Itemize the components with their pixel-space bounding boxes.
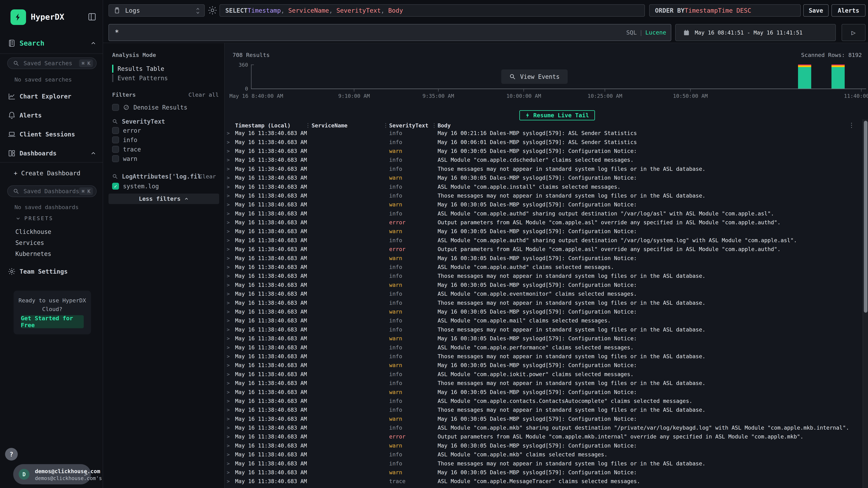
lucene-toggle[interactable]: Lucene xyxy=(645,29,666,36)
expand-row-icon[interactable]: > xyxy=(227,228,235,234)
expand-row-icon[interactable]: > xyxy=(227,416,235,422)
table-row[interactable]: > May 16 11:38:40.683 AM warn May 16 00:… xyxy=(225,173,868,182)
expand-row-icon[interactable]: > xyxy=(227,130,235,136)
table-row[interactable]: > May 16 11:38:40.683 AM warn May 16 00:… xyxy=(225,415,868,423)
table-row[interactable]: > May 16 11:38:40.683 AM info ASL Module… xyxy=(225,289,868,298)
denoise-filter-row[interactable]: Denoise Results xyxy=(112,103,221,112)
saved-searches-input[interactable]: Saved Searches ⌘ K xyxy=(7,58,97,69)
table-row[interactable]: > May 16 11:38:40.683 AM warn May 16 00:… xyxy=(225,441,868,450)
alerts-button[interactable]: Alerts xyxy=(832,4,865,17)
help-button[interactable]: ? xyxy=(5,448,18,460)
table-row[interactable]: > May 16 11:38:40.683 AM trace ASL Modul… xyxy=(225,477,868,486)
sidebar-item-client-sessions[interactable]: Client Sessions xyxy=(0,128,103,141)
user-menu[interactable]: D demos@clickhouse.com demos@clickhouse.… xyxy=(13,464,91,484)
expand-row-icon[interactable]: > xyxy=(227,220,235,225)
table-row[interactable]: > May 16 11:38:40.683 AM warn May 16 00:… xyxy=(225,388,868,396)
severity-checkbox[interactable] xyxy=(112,155,119,162)
expand-row-icon[interactable]: > xyxy=(227,318,235,323)
table-row[interactable]: > May 16 11:38:40.683 AM info ASL Module… xyxy=(225,156,868,164)
column-drag-handle-icon[interactable]: ⋮ xyxy=(383,122,389,129)
table-row[interactable]: > May 16 11:38:40.683 AM info ASL Module… xyxy=(225,450,868,459)
expand-row-icon[interactable]: > xyxy=(227,443,235,448)
expand-row-icon[interactable]: > xyxy=(227,371,235,377)
expand-row-icon[interactable]: > xyxy=(227,139,235,145)
table-row[interactable]: > May 16 11:38:40.683 AM warn May 16 00:… xyxy=(225,147,868,156)
table-row[interactable]: > May 16 11:38:40.683 AM warn May 16 00:… xyxy=(225,334,868,343)
expand-row-icon[interactable]: > xyxy=(227,184,235,190)
column-header-servicename[interactable]: ServiceName xyxy=(312,122,389,129)
table-row[interactable]: > May 16 11:38:40.683 AM info Those mess… xyxy=(225,459,868,468)
table-row[interactable]: > May 16 11:38:40.683 AM info ASL Module… xyxy=(225,316,868,325)
denoise-checkbox[interactable] xyxy=(112,104,119,111)
expand-row-icon[interactable]: > xyxy=(227,398,235,404)
table-row[interactable]: > May 16 11:38:40.683 AM info ASL Module… xyxy=(225,396,868,405)
table-row[interactable]: > May 16 11:38:40.683 AM warn May 16 00:… xyxy=(225,307,868,316)
select-query-input[interactable]: SELECT Timestamp, ServiceName, SeverityT… xyxy=(220,4,645,17)
clear-filter-link[interactable]: Clear xyxy=(199,173,216,180)
histogram-bar[interactable] xyxy=(798,65,811,89)
expand-row-icon[interactable]: > xyxy=(227,157,235,163)
table-row[interactable]: > May 16 11:38:40.683 AM info ASL Module… xyxy=(225,370,868,379)
severity-option-row[interactable]: error xyxy=(112,126,221,135)
table-row[interactable]: > May 16 11:38:40.683 AM info Those mess… xyxy=(225,191,868,200)
view-events-button[interactable]: View Events xyxy=(501,69,568,84)
table-row[interactable]: > May 16 11:38:40.683 AM warn May 16 00:… xyxy=(225,281,868,289)
table-row[interactable]: > May 16 11:38:40.683 AM info Those mess… xyxy=(225,298,868,307)
table-row[interactable]: > May 16 11:38:40.683 AM info May 16 00:… xyxy=(225,129,868,137)
column-drag-handle-icon[interactable]: ⋮ xyxy=(431,122,437,129)
sidebar-item-chart-explorer[interactable]: Chart Explorer xyxy=(0,90,103,103)
table-row[interactable]: > May 16 11:38:40.683 AM info Those mess… xyxy=(225,164,868,173)
get-started-button[interactable]: Get Started for Free xyxy=(21,315,84,328)
save-button[interactable]: Save xyxy=(803,4,829,17)
expand-row-icon[interactable]: > xyxy=(227,237,235,243)
less-filters-button[interactable]: Less filters xyxy=(108,194,219,204)
table-row[interactable]: > May 16 11:38:40.683 AM info ASL Module… xyxy=(225,236,868,245)
expand-row-icon[interactable]: > xyxy=(227,166,235,172)
table-options-menu-icon[interactable]: ⋮ xyxy=(848,122,855,129)
expand-row-icon[interactable]: > xyxy=(227,273,235,279)
table-row[interactable]: > May 16 11:38:40.683 AM error Output pa… xyxy=(225,432,868,441)
expand-row-icon[interactable]: > xyxy=(227,202,235,207)
sql-toggle[interactable]: SQL xyxy=(626,29,637,36)
expand-row-icon[interactable]: > xyxy=(227,389,235,395)
histogram-bar[interactable] xyxy=(832,65,845,89)
severity-option-row[interactable]: info xyxy=(112,135,221,144)
sidebar-item-alerts[interactable]: Alerts xyxy=(0,109,103,122)
table-row[interactable]: > May 16 11:38:40.683 AM warn May 16 00:… xyxy=(225,254,868,262)
chevron-up-icon[interactable] xyxy=(90,40,97,46)
source-select[interactable]: Logs xyxy=(108,4,205,17)
presets-toggle[interactable]: PRESETS xyxy=(16,216,53,221)
severity-option-row[interactable]: trace xyxy=(112,144,221,154)
expand-row-icon[interactable]: > xyxy=(227,345,235,350)
table-row[interactable]: > May 16 11:38:40.683 AM info Those mess… xyxy=(225,352,868,361)
table-row[interactable]: > May 16 11:38:40.683 AM info ASL Module… xyxy=(225,182,868,191)
expand-row-icon[interactable]: > xyxy=(227,291,235,297)
table-row[interactable]: > May 16 11:38:40.683 AM info Those mess… xyxy=(225,271,868,280)
severity-checkbox[interactable] xyxy=(112,127,119,134)
expand-row-icon[interactable]: > xyxy=(227,255,235,261)
expand-row-icon[interactable]: > xyxy=(227,309,235,315)
expand-row-icon[interactable]: > xyxy=(227,246,235,252)
date-range-picker[interactable]: May 16 08:41:51 - May 16 11:41:51 xyxy=(675,24,836,41)
table-row[interactable]: > May 16 11:38:40.683 AM info ASL Module… xyxy=(225,423,868,432)
table-row[interactable]: > May 16 11:38:40.683 AM info Those mess… xyxy=(225,379,868,388)
severity-option-row[interactable]: warn xyxy=(112,154,221,163)
sidebar-collapse-icon[interactable] xyxy=(87,12,97,22)
live-tail-play-button[interactable]: ▷ xyxy=(842,24,865,41)
table-row[interactable]: > May 16 11:38:40.683 AM info ASL Module… xyxy=(225,209,868,218)
log-file-option-row[interactable]: ✓ system.log xyxy=(112,182,221,191)
column-header-timestamp[interactable]: Timestamp (Local) xyxy=(235,122,312,129)
expand-row-icon[interactable]: > xyxy=(227,264,235,270)
column-header-body[interactable]: Body xyxy=(438,122,868,129)
expand-row-icon[interactable]: > xyxy=(227,282,235,288)
expand-row-icon[interactable]: > xyxy=(227,434,235,440)
table-row[interactable]: > May 16 11:38:40.683 AM warn May 16 00:… xyxy=(225,361,868,369)
expand-row-icon[interactable]: > xyxy=(227,469,235,475)
expand-row-icon[interactable]: > xyxy=(227,193,235,198)
column-drag-handle-icon[interactable]: ⋮ xyxy=(305,122,311,129)
expand-row-icon[interactable]: > xyxy=(227,211,235,216)
create-dashboard-button[interactable]: + Create Dashboard xyxy=(14,169,80,177)
expand-row-icon[interactable]: > xyxy=(227,452,235,457)
severity-filter-header[interactable]: SeverityText xyxy=(112,117,221,126)
saved-dashboards-input[interactable]: Saved Dashboards ⌘ K xyxy=(7,186,97,197)
